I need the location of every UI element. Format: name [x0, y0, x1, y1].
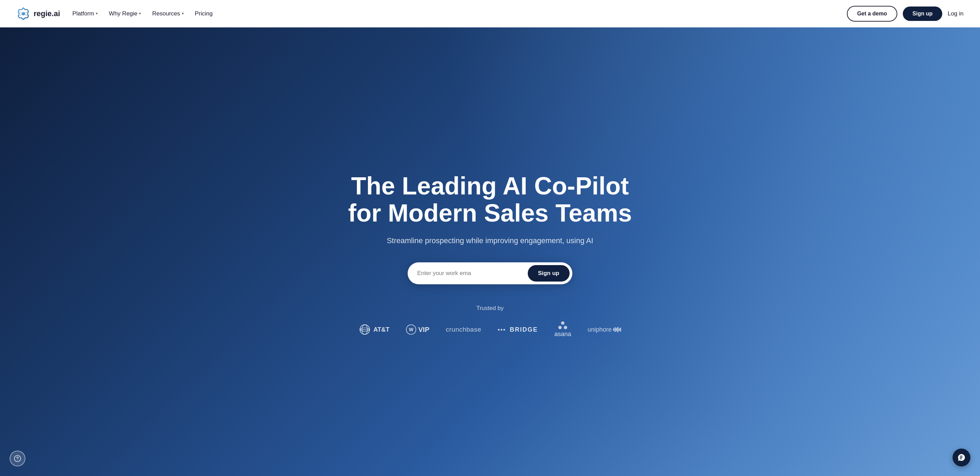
- email-input[interactable]: [417, 270, 528, 277]
- navbar-left: regie.ai Platform ▾ Why Regie ▾ Resource…: [16, 7, 213, 21]
- crunchbase-logo: crunchbase: [446, 326, 481, 333]
- asana-dots-icon: [558, 321, 567, 329]
- signup-hero-button[interactable]: Sign up: [528, 265, 570, 282]
- nav-platform[interactable]: Platform ▾: [72, 10, 98, 17]
- uniphore-logo: uniphore: [588, 326, 621, 333]
- trusted-label: Trusted by: [476, 305, 504, 312]
- wordpress-vip-logo: W VIP: [406, 324, 429, 335]
- trusted-logos: AT&T W VIP crunchbase BRIDGE: [359, 321, 621, 338]
- trusted-section: Trusted by AT&T W VIP crunchbase: [359, 305, 621, 338]
- att-logo: AT&T: [359, 324, 390, 335]
- hero-email-form: Sign up: [408, 262, 572, 284]
- logo-text: regie.ai: [33, 9, 60, 18]
- wordpress-icon: W: [406, 324, 416, 335]
- signup-nav-button[interactable]: Sign up: [903, 6, 942, 21]
- nav-why-regie[interactable]: Why Regie ▾: [109, 10, 141, 17]
- att-globe-icon: [359, 324, 371, 335]
- asana-logo: asana: [555, 321, 571, 338]
- nav-links: Platform ▾ Why Regie ▾ Resources ▾ Prici…: [72, 10, 213, 17]
- nav-pricing[interactable]: Pricing: [195, 10, 213, 17]
- navbar: regie.ai Platform ▾ Why Regie ▾ Resource…: [0, 0, 980, 27]
- hero-title: The Leading AI Co-Pilot for Modern Sales…: [336, 173, 644, 227]
- chat-widget-button[interactable]: [953, 449, 970, 466]
- chevron-down-icon: ▾: [96, 11, 98, 16]
- bridge-logo: BRIDGE: [498, 326, 538, 333]
- uniphore-wave-icon: [613, 327, 621, 332]
- hero-section: The Leading AI Co-Pilot for Modern Sales…: [0, 27, 980, 476]
- chat-icon: [957, 453, 966, 462]
- logo[interactable]: regie.ai: [16, 7, 60, 21]
- chevron-down-icon: ▾: [182, 11, 184, 16]
- help-widget-button[interactable]: [10, 451, 25, 466]
- bridge-dots-icon: [498, 329, 505, 331]
- help-icon: [14, 455, 21, 462]
- svg-point-9: [17, 460, 18, 460]
- hero-subtitle: Streamline prospecting while improving e…: [387, 236, 593, 245]
- regie-logo-icon: [16, 7, 30, 21]
- get-demo-button[interactable]: Get a demo: [847, 6, 897, 22]
- chevron-down-icon: ▾: [139, 11, 141, 16]
- nav-resources[interactable]: Resources ▾: [152, 10, 184, 17]
- navbar-right: Get a demo Sign up Log in: [847, 6, 964, 22]
- login-button[interactable]: Log in: [948, 10, 964, 17]
